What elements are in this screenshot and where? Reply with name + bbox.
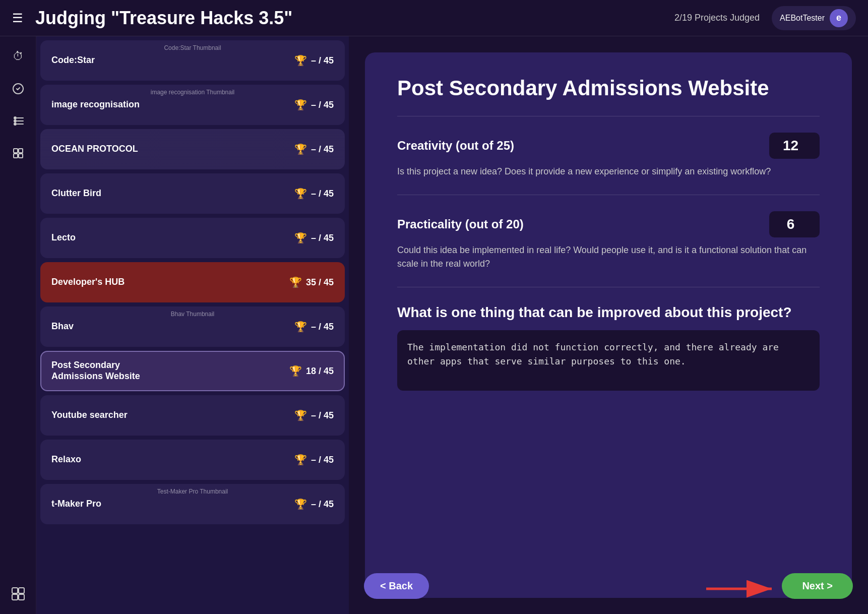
trophy-icon: 🏆 [294,321,307,333]
creativity-row: Creativity (out of 25) [397,133,820,159]
username: AEBotTester [780,14,825,23]
project-score: 🏆 – / 45 [294,454,334,466]
trophy-icon: 🏆 [294,409,307,421]
projects-judged: 2/19 Projects Judged [674,13,760,23]
trophy-icon: 🏆 [294,188,307,200]
project-score: 🏆 – / 45 [294,232,334,244]
svg-rect-13 [12,594,18,600]
trophy-icon: 🏆 [294,232,307,244]
svg-point-5 [14,123,16,125]
project-score: 🏆 35 / 45 [289,276,334,288]
sidebar: ⏱ [0,36,36,614]
project-score: 🏆 – / 45 [294,54,334,67]
menu-icon[interactable]: ☰ [12,11,23,25]
practicality-row: Practicality (out of 20) [397,211,820,237]
project-score: 🏆 18 / 45 [289,365,334,377]
project-name: t-Maker Pro [51,499,101,510]
project-name: Clutter Bird [51,188,101,199]
project-score: 🏆 – / 45 [294,188,334,200]
thumbnail-label: Code:Star Thumbnail [41,44,344,51]
grid2-icon[interactable] [8,143,28,163]
svg-rect-14 [19,594,24,600]
detail-title: Post Secondary Admissions Website [397,77,820,100]
thumbnail-label: image recognisation Thumbnail [41,89,344,96]
list-item[interactable]: Youtube searcher 🏆 – / 45 [40,395,345,436]
svg-rect-11 [12,588,18,593]
next-button[interactable]: Next > [782,573,853,599]
trophy-icon: 🏆 [294,54,307,67]
svg-point-1 [14,117,16,119]
svg-point-3 [14,120,16,122]
project-score: 🏆 – / 45 [294,321,334,333]
svg-rect-10 [19,154,23,158]
trophy-icon: 🏆 [294,498,307,510]
divider [397,116,820,116]
trophy-icon: 🏆 [294,99,307,111]
next-area: Next > [701,573,853,599]
trophy-icon: 🏆 [289,276,302,288]
svg-rect-9 [14,154,18,158]
project-name: Post SecondaryAdmissions Website [51,360,140,382]
list-item[interactable]: Developer's HUB 🏆 35 / 45 [40,262,345,302]
creativity-label: Creativity (out of 25) [397,139,757,153]
avatar: e [830,9,848,27]
list-item[interactable]: Clutter Bird 🏆 – / 45 [40,173,345,214]
arrow-indicator [701,574,782,599]
practicality-desc: Could this idea be implemented in real l… [397,243,820,271]
project-name: Relaxo [51,454,81,465]
user-info: AEBotTester e [772,6,856,30]
project-name: Developer's HUB [51,277,125,288]
project-score: 🏆 – / 45 [294,99,334,111]
list-filter-icon[interactable] [8,111,28,131]
practicality-section: Practicality (out of 20) Could this idea… [397,211,820,271]
list-item[interactable]: OCEAN PROTOCOL 🏆 – / 45 [40,129,345,169]
project-score: 🏆 – / 45 [294,409,334,421]
creativity-input[interactable] [769,133,820,159]
trophy-icon: 🏆 [294,143,307,155]
list-item[interactable]: Relaxo 🏆 – / 45 [40,440,345,480]
list-item[interactable]: image recognisation Thumbnail image reco… [40,85,345,125]
timer-icon[interactable]: ⏱ [8,46,28,67]
project-name: Code:Star [51,55,95,66]
project-name: Bhav [51,321,74,332]
project-name: OCEAN PROTOCOL [51,144,138,155]
divider [397,287,820,287]
list-item[interactable]: Lecto 🏆 – / 45 [40,218,345,258]
improvement-section: What is one thing that can be improved a… [397,303,820,392]
project-name: image recognisation [51,99,140,110]
nav-spacer [397,409,820,449]
navigation-bar: < Back Next > [364,573,853,599]
practicality-input[interactable] [769,211,820,237]
list-item[interactable]: Bhav Thumbnail Bhav 🏆 – / 45 [40,306,345,347]
detail-panel: Post Secondary Admissions Website Creati… [365,52,852,598]
main-layout: ⏱ [0,36,868,614]
project-name: Lecto [51,232,76,243]
thumbnail-label: Bhav Thumbnail [41,311,344,318]
svg-rect-12 [19,588,24,593]
header: ☰ Judging "Treasure Hacks 3.5" 2/19 Proj… [0,0,868,36]
project-score: 🏆 – / 45 [294,143,334,155]
creativity-section: Creativity (out of 25) Is this project a… [397,133,820,178]
practicality-label: Practicality (out of 20) [397,217,757,231]
trophy-icon: 🏆 [289,365,302,377]
creativity-desc: Is this project a new idea? Does it prov… [397,165,820,178]
list-item[interactable]: Code:Star Thumbnail Code:Star 🏆 – / 45 [40,40,345,81]
project-name: Youtube searcher [51,410,128,421]
svg-rect-7 [14,149,18,153]
trophy-icon: 🏆 [294,454,307,466]
page-title: Judging "Treasure Hacks 3.5" [35,8,674,29]
check-circle-icon[interactable] [8,79,28,99]
thumbnail-label: Test-Maker Pro Thumbnail [41,488,344,495]
list-item[interactable]: Post SecondaryAdmissions Website 🏆 18 / … [40,351,345,391]
svg-rect-8 [19,149,23,153]
improvement-textarea[interactable]: The implementation did not function corr… [397,330,820,391]
project-score: 🏆 – / 45 [294,498,334,510]
layout-bottom-icon[interactable] [8,584,28,604]
back-button[interactable]: < Back [364,573,429,599]
project-list: Code:Star Thumbnail Code:Star 🏆 – / 45 i… [36,36,349,614]
list-item[interactable]: Test-Maker Pro Thumbnail t-Maker Pro 🏆 –… [40,484,345,524]
improvement-question: What is one thing that can be improved a… [397,303,820,322]
divider [397,195,820,195]
